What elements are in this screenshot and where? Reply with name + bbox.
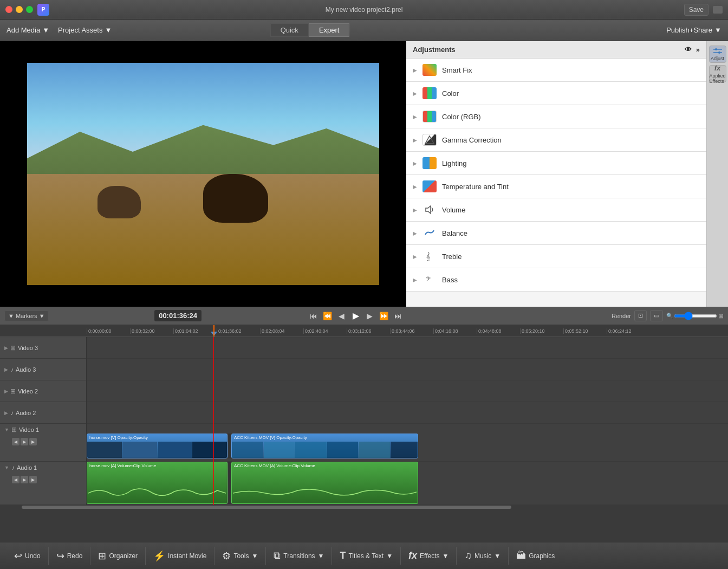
effects-icon: fx [408,550,417,561]
zoom-slider[interactable]: 🔍 ⊞ [666,312,724,320]
instant-movie-button[interactable]: ⚡ Instant Movie [146,547,214,565]
track-lock-button[interactable]: ▶ [21,476,28,483]
track-expand-icon[interactable]: ▶ [4,367,8,372]
close-button[interactable] [5,6,12,13]
track-expand-icon[interactable]: ▼ [4,465,9,470]
publish-share-button[interactable]: Publish+Share ▼ [666,26,722,34]
undo-button[interactable]: ↩ Undo [6,547,49,565]
track-mute-button[interactable]: ▶ [29,438,37,445]
clip-kittens-audio[interactable]: ACC Kittens.MOV [A] Volume:Clip Volume [231,462,418,504]
save-button[interactable]: Save [684,4,708,16]
redo-button[interactable]: ↪ Redo [49,547,91,565]
music-button[interactable]: ♫ Music ▼ [457,547,509,565]
adjustment-treble[interactable]: ▶ 𝄞 Treble [406,245,706,268]
organizer-icon: ⊞ [98,550,106,562]
track-lock-button[interactable]: ▶ [21,438,28,445]
titles-text-button[interactable]: T Titles & Text ▼ [332,547,401,565]
transitions-icon: ⧉ [274,550,281,561]
project-assets-button[interactable]: Project Assets ▼ [58,26,112,34]
clip-horse-audio[interactable]: horse.mov [A] Volume:Clip Volume [87,462,227,504]
graphics-button[interactable]: 🏔 Graphics [509,547,562,565]
track-name: Video 1 [19,426,39,433]
track-row-audio3 [87,359,728,380]
applied-effects-sidebar-button[interactable]: fx Applied Effects [709,65,726,82]
horse2 [203,174,268,223]
track-expand-icon[interactable]: ▼ [4,427,9,432]
smart-fix-icon [422,64,437,76]
adjustment-volume[interactable]: ▶ Volume [406,198,706,222]
timeline-scrollbar[interactable] [0,505,728,509]
bass-label: Bass [442,276,458,284]
go-to-end-button[interactable]: ⏭ [392,310,404,322]
ruler-mark: 0;00;32;00 [130,328,173,334]
step-forward-button[interactable]: ⏩ [378,310,390,322]
adjustment-gamma[interactable]: ▶ Gamma Correction [406,128,706,152]
expert-mode-button[interactable]: Expert [309,23,350,37]
render-clip-button[interactable]: ▭ [650,310,663,321]
step-back-button[interactable]: ⏪ [322,310,334,322]
music-label: Music [474,552,491,560]
ruler-mark: 0;04;16;08 [433,328,477,334]
bass-icon: 𝄢 [422,274,437,286]
track-name: Audio 1 [17,464,37,471]
adjustment-color-rgb[interactable]: ▶ Color (RGB) [406,105,706,128]
eye-icon[interactable]: 👁 [685,46,692,54]
transitions-button[interactable]: ⧉ Transitions ▼ [266,547,332,565]
adjustment-balance[interactable]: ▶ Balance [406,222,706,245]
frame-back-button[interactable]: ◀ [336,310,348,322]
adjustments-header: Adjustments 👁 » [406,41,706,59]
quick-mode-button[interactable]: Quick [270,23,309,37]
ruler-mark: 0;01;04;02 [173,328,217,334]
track-name: Video 2 [18,388,38,395]
playhead-line-tracks [213,337,214,505]
frame-forward-button[interactable]: ▶ [364,310,376,322]
publish-share-chevron-icon: ▼ [714,26,722,34]
markers-button[interactable]: ▼ Markers ▼ [4,311,49,321]
clip-kittens-video[interactable]: ACC Kittens.MOV [V] Opacity:Opacity [231,434,418,458]
adjustment-bass[interactable]: ▶ 𝄢 Bass [406,268,706,292]
track-eye-button[interactable]: ◀ [12,438,20,445]
track-label-video1: ▼ ⊞ Video 1 ◀ ▶ ▶ [0,424,86,462]
render-full-button[interactable]: ⊡ [634,310,647,321]
go-to-start-button[interactable]: ⏮ [308,310,320,322]
ruler-mark: 0;01;36;02 [217,328,260,334]
adjust-label: Adjust [711,56,724,61]
titles-chevron-icon: ▼ [386,552,393,560]
minimize-button[interactable] [16,6,23,13]
app-icon: P [37,4,49,16]
maximize-button[interactable] [26,6,33,13]
markers-down-icon: ▼ [8,313,14,319]
track-name: Audio 2 [16,410,36,416]
track-expand-icon[interactable]: ▶ [4,389,8,394]
expand-arrow-icon: ▶ [413,114,417,120]
transport-controls: ⏮ ⏪ ◀ ▶ ▶ ⏩ ⏭ [308,310,404,322]
track-label-audio3: ▶ ♪ Audio 3 [0,359,86,380]
scrollbar-thumb[interactable] [22,506,511,509]
adjust-sidebar-button[interactable]: Adjust [709,46,726,63]
adjustment-lighting[interactable]: ▶ Lighting [406,152,706,175]
track-expand-icon[interactable]: ▶ [4,410,8,416]
arrow-right-icon[interactable]: » [696,46,700,54]
color-rgb-label: Color (RGB) [442,113,481,121]
effects-button[interactable]: fx Effects ▼ [401,547,457,565]
track-mute-button[interactable]: ▶ [29,476,37,483]
redo-icon: ↪ [56,550,64,562]
svg-point-7 [718,51,720,54]
audio-track-icon: ♪ [10,366,14,373]
window-control-right[interactable] [713,6,723,14]
track-expand-icon[interactable]: ▶ [4,345,8,351]
lighting-label: Lighting [442,159,467,167]
zoom-range[interactable] [674,314,717,318]
video-preview [0,41,406,307]
clip-horse-video[interactable]: horse.mov [V] Opacity:Opacity [87,434,227,458]
adjustments-main: Adjustments 👁 » ▶ Smart Fix ▶ Color ▶ [406,41,706,307]
adjustment-smart-fix[interactable]: ▶ Smart Fix [406,59,706,82]
adjustment-color[interactable]: ▶ Color [406,82,706,105]
play-button[interactable]: ▶ [350,310,362,322]
tools-button[interactable]: ⚙ Tools ▼ [214,547,266,565]
ruler-mark: 0;05;52;10 [563,328,607,334]
add-media-button[interactable]: Add Media ▼ [6,26,49,34]
adjustment-temperature[interactable]: ▶ Temperature and Tint [406,175,706,198]
track-eye-button[interactable]: ◀ [12,476,20,483]
organizer-button[interactable]: ⊞ Organizer [90,547,146,565]
